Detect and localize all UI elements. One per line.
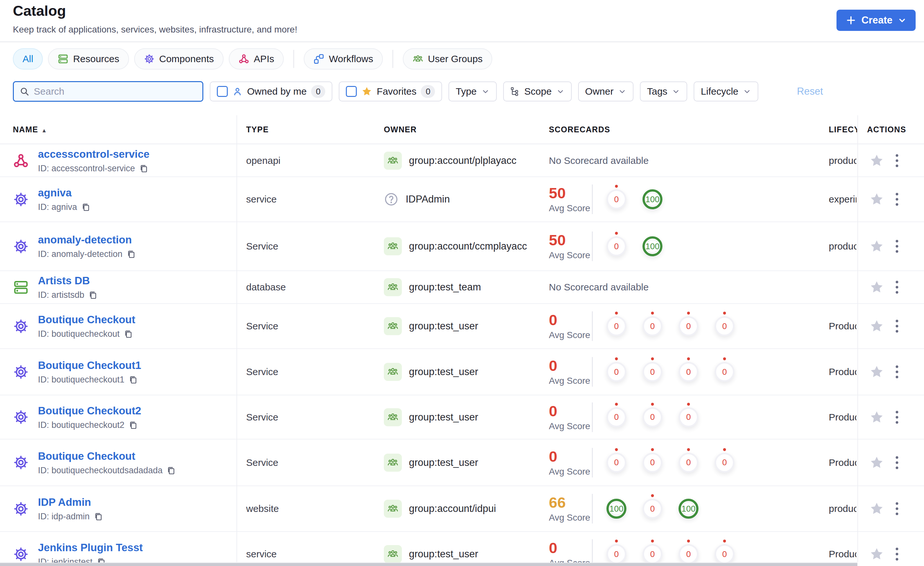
search-input[interactable] (34, 86, 196, 97)
kebab-menu-icon[interactable] (894, 546, 900, 562)
reset-filters-button[interactable]: Reset (797, 86, 823, 97)
lifecycle-dropdown[interactable]: Lifecycle (694, 81, 758, 101)
actions-cell (869, 280, 900, 295)
kebab-menu-icon[interactable] (894, 280, 900, 295)
copy-icon[interactable] (126, 250, 136, 259)
kebab-menu-icon[interactable] (894, 239, 900, 254)
lifecycle-cell: Produc (829, 366, 856, 377)
favorite-star-icon[interactable] (869, 547, 884, 561)
column-header-owner[interactable]: OWNER (384, 125, 417, 134)
favorite-star-icon[interactable] (869, 239, 884, 254)
tab-apis[interactable]: APIs (229, 48, 284, 69)
avg-score-label: Avg Score (549, 376, 590, 386)
entity-name-link[interactable]: Artists DB (38, 275, 98, 287)
group-icon (384, 237, 402, 255)
type-dropdown[interactable]: Type (448, 81, 496, 101)
owner-cell: group:account/ccmplayacc (384, 237, 527, 255)
search-box (13, 81, 203, 102)
entity-name-link[interactable]: Boutique Checkout (38, 450, 176, 462)
scorecard-divider (592, 539, 592, 566)
copy-icon[interactable] (88, 291, 98, 300)
entity-name-link[interactable]: Boutique Checkout (38, 313, 135, 326)
copy-icon[interactable] (94, 512, 103, 521)
scorecard-gauge: 100 (678, 499, 699, 519)
lifecycle-dropdown-label: Lifecycle (701, 86, 738, 97)
owner-cell: group:account/plplayacc (384, 152, 516, 170)
name-column-divider (237, 115, 237, 562)
tab-components[interactable]: Components (134, 48, 224, 69)
horizontal-scrollbar[interactable] (0, 563, 857, 566)
scorecard-gauge: 0 (606, 316, 626, 336)
entity-name-link[interactable]: Boutique Checkout1 (38, 359, 141, 372)
copy-icon[interactable] (166, 465, 176, 475)
entity-name-link[interactable]: IDP Admin (38, 496, 103, 508)
column-header-scorecards[interactable]: SCORECARDS (549, 125, 610, 134)
server-icon (58, 53, 69, 65)
favorites-filter[interactable]: Favorites 0 (339, 81, 442, 101)
entity-id: ID: idp-admin (38, 512, 103, 522)
entity-name-link[interactable]: Jenkins Plugin Tesst (38, 542, 143, 554)
group-icon (384, 500, 402, 518)
kebab-menu-icon[interactable] (894, 364, 900, 379)
tab-user-groups[interactable]: User Groups (403, 48, 492, 69)
column-header-name[interactable]: NAME▲ (13, 125, 47, 134)
scope-dropdown[interactable]: Scope (503, 81, 572, 101)
column-header-type[interactable]: TYPE (246, 125, 269, 134)
copy-icon[interactable] (123, 330, 133, 339)
avg-score-value: 0 (549, 540, 590, 555)
favorite-star-icon[interactable] (869, 364, 884, 379)
kebab-menu-icon[interactable] (894, 409, 900, 425)
owned-by-me-filter[interactable]: Owned by me 0 (210, 81, 332, 101)
kebab-menu-icon[interactable] (894, 318, 900, 334)
tags-dropdown[interactable]: Tags (640, 81, 687, 101)
column-header-lifecycle[interactable]: LIFECYC (829, 125, 857, 134)
gear-icon (13, 364, 29, 380)
kebab-menu-icon[interactable] (894, 191, 900, 207)
tab-separator (393, 50, 393, 68)
tab-all[interactable]: All (13, 48, 43, 69)
entity-name-link[interactable]: anomaly-detection (38, 234, 136, 246)
favorite-star-icon[interactable] (869, 410, 884, 424)
entity-name-link[interactable]: Boutique Checkout2 (38, 404, 141, 417)
gear-icon (13, 238, 29, 254)
entity-name-link[interactable]: agniva (38, 187, 90, 199)
gear-icon (13, 409, 29, 425)
favorite-star-icon[interactable] (869, 319, 884, 334)
copy-icon[interactable] (128, 420, 138, 429)
tab-workflows[interactable]: Workflows (304, 48, 383, 69)
entity-name-link[interactable]: accesscontrol-service (38, 148, 150, 160)
favorite-star-icon[interactable] (869, 280, 884, 295)
kebab-menu-icon[interactable] (894, 455, 900, 470)
scorecard-gauge: 0 (714, 362, 735, 382)
owner-dropdown[interactable]: Owner (578, 81, 633, 101)
owner-cell: group:test_user (384, 454, 478, 472)
copy-icon[interactable] (128, 375, 138, 384)
favorite-star-icon[interactable] (869, 192, 884, 207)
entity-cell: anomaly-detection ID: anomaly-detection (13, 234, 136, 259)
avg-score: 0 Avg Score (549, 358, 590, 386)
kebab-menu-icon[interactable] (894, 153, 900, 169)
scorecard-gauges: 0100 (606, 236, 662, 256)
owner-label: group:test_user (409, 321, 478, 332)
owner-label: group:account/ccmplayacc (409, 241, 527, 252)
favorite-star-icon[interactable] (869, 501, 884, 516)
scorecard-gauge: 0 (642, 453, 662, 473)
copy-icon[interactable] (81, 203, 90, 212)
favorites-checkbox[interactable] (346, 86, 357, 97)
scorecard-gauge: 0 (642, 499, 662, 519)
copy-icon[interactable] (139, 164, 148, 173)
favorite-star-icon[interactable] (869, 153, 884, 168)
scorecard-gauges: 000 (606, 407, 699, 427)
owned-by-me-checkbox[interactable] (217, 86, 228, 97)
entity-cell: Artists DB ID: artistsdb (13, 275, 98, 300)
create-button[interactable]: Create (837, 10, 916, 31)
favorite-star-icon[interactable] (869, 455, 884, 470)
tags-dropdown-label: Tags (647, 86, 667, 97)
type-cell: service (246, 194, 277, 205)
table-row: Boutique Checkout ID: boutiquecheckoutds… (0, 440, 924, 486)
chevron-down-icon (672, 87, 680, 96)
tab-resources[interactable]: Resources (48, 48, 129, 69)
scorecard-gauge: 0 (678, 407, 699, 427)
table-row: Boutique Checkout ID: boutiquecheckout S… (0, 304, 924, 349)
kebab-menu-icon[interactable] (894, 501, 900, 516)
